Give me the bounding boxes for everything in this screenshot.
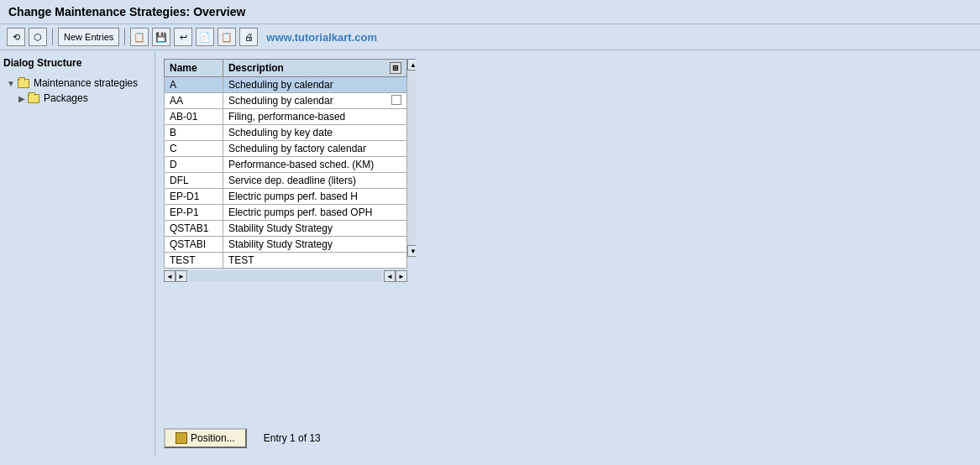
cell-description: Scheduling by factory calendar	[223, 141, 406, 157]
title-bar: Change Maintenance Strategies: Overview	[0, 0, 980, 24]
table-row[interactable]: CScheduling by factory calendar	[165, 141, 407, 157]
cell-name: C	[165, 141, 223, 157]
cell-description: Electric pumps perf. based H	[223, 189, 406, 205]
scroll-thumb[interactable]	[408, 71, 416, 244]
table-body: AScheduling by calendarAAScheduling by c…	[165, 77, 407, 269]
h-scroll-track[interactable]	[189, 271, 382, 281]
scroll-area: Name Description ⊞ AScheduling by calend…	[164, 59, 407, 269]
scroll-down-btn[interactable]: ▼	[407, 245, 416, 257]
position-btn-label: Position...	[191, 432, 235, 444]
cell-description: Scheduling by calendar	[223, 77, 406, 93]
cell-description: Stability Study Strategy	[223, 237, 406, 253]
new-entries-button[interactable]: New Entries	[58, 28, 119, 46]
table-row[interactable]: TESTTEST	[165, 253, 407, 269]
cell-name: EP-D1	[165, 189, 223, 205]
sidebar-title: Dialog Structure	[3, 57, 151, 69]
folder-icon	[18, 79, 29, 88]
col-name-header: Name	[165, 60, 223, 77]
h-scroll-end-right[interactable]: ►	[396, 270, 407, 282]
toolbar-separator-1	[52, 29, 53, 45]
sidebar-item-packages[interactable]: ▶ Packages	[15, 91, 151, 106]
table-row[interactable]: AAScheduling by calendar	[165, 93, 407, 109]
cell-name: AB-01	[165, 109, 223, 125]
table-row[interactable]: AScheduling by calendar	[165, 77, 407, 93]
table-area: Name Description ⊞ AScheduling by calend…	[155, 50, 416, 420]
row-checkbox[interactable]	[391, 95, 401, 105]
cell-name: TEST	[165, 253, 223, 269]
toolbar-btn-doc1[interactable]: 📄	[196, 28, 214, 46]
table-row[interactable]: BScheduling by key date	[165, 125, 407, 141]
v-scrollbar[interactable]: ▲ ▼	[407, 59, 416, 257]
toolbar-btn-doc2[interactable]: 📋	[217, 28, 236, 46]
toolbar-btn-save[interactable]: 💾	[152, 28, 170, 46]
cell-description: Scheduling by calendar	[223, 93, 406, 109]
cell-name: QSTAB1	[165, 221, 223, 237]
table-row[interactable]: DFLService dep. deadline (liters)	[165, 173, 407, 189]
sidebar-item-label: Maintenance strategies	[34, 77, 138, 89]
col-description-header: Description ⊞	[223, 60, 406, 77]
cell-name: AA	[165, 93, 223, 109]
table-row[interactable]: QSTABIStability Study Strategy	[165, 237, 407, 253]
position-icon	[176, 432, 187, 444]
table-row[interactable]: QSTAB1Stability Study Strategy	[165, 221, 407, 237]
cell-description: Performance-based sched. (KM)	[223, 157, 406, 173]
table-row[interactable]: EP-D1Electric pumps perf. based H	[165, 189, 407, 205]
table-row[interactable]: AB-01Filing, performance-based	[165, 109, 407, 125]
sidebar-item-packages-label: Packages	[44, 92, 88, 104]
col-name-label: Name	[170, 62, 197, 74]
scroll-up-btn[interactable]: ▲	[407, 59, 416, 71]
cell-description: Scheduling by key date	[223, 125, 406, 141]
entry-count: Entry 1 of 13	[264, 432, 321, 444]
cell-description: Stability Study Strategy	[223, 221, 406, 237]
watermark: www.tutorialkart.com	[266, 31, 377, 44]
toolbar-btn-undo[interactable]: ⟲	[7, 28, 25, 46]
toolbar-btn-copy[interactable]: 📋	[130, 28, 149, 46]
cell-name: EP-P1	[165, 205, 223, 221]
sidebar-sub: ▶ Packages	[3, 91, 151, 106]
page-title: Change Maintenance Strategies: Overview	[8, 5, 245, 18]
cell-description: Filing, performance-based	[223, 109, 406, 125]
h-scroll-left[interactable]: ◄	[164, 270, 176, 282]
sidebar: Dialog Structure ▼ Maintenance strategie…	[0, 50, 155, 457]
cell-name: DFL	[165, 173, 223, 189]
cell-name: A	[165, 77, 223, 93]
bottom-bar: Position... Entry 1 of 13	[155, 420, 416, 457]
data-table: Name Description ⊞ AScheduling by calend…	[164, 59, 407, 269]
cell-description: Electric pumps perf. based OPH	[223, 205, 406, 221]
main-content: Dialog Structure ▼ Maintenance strategie…	[0, 50, 980, 457]
h-scroll-right[interactable]: ►	[176, 270, 187, 282]
toolbar-btn-print[interactable]: 🖨	[239, 28, 258, 46]
h-scroll-row: ◄ ► ◄ ►	[164, 269, 407, 284]
expand-arrow-packages: ▶	[18, 94, 25, 103]
folder-icon-packages	[28, 94, 39, 103]
toolbar-btn-back[interactable]: ↩	[174, 28, 192, 46]
toolbar: ⟲ ⬡ New Entries 📋 💾 ↩ 📄 📋 🖨 www.tutorial…	[0, 24, 980, 50]
table-header: Name Description ⊞	[165, 60, 407, 77]
table-row[interactable]: EP-P1Electric pumps perf. based OPH	[165, 205, 407, 221]
cell-name: B	[165, 125, 223, 141]
col-icon[interactable]: ⊞	[390, 62, 401, 74]
cell-name: D	[165, 157, 223, 173]
cell-description: TEST	[223, 253, 406, 269]
sidebar-item-maintenance-strategies[interactable]: ▼ Maintenance strategies	[3, 76, 151, 91]
table-row[interactable]: DPerformance-based sched. (KM)	[165, 157, 407, 173]
col-desc-label: Description	[228, 62, 284, 74]
expand-arrow: ▼	[7, 79, 15, 88]
toolbar-separator-2	[124, 29, 125, 45]
toolbar-btn-hex[interactable]: ⬡	[29, 28, 47, 46]
position-button[interactable]: Position...	[164, 428, 247, 448]
right-panel: Name Description ⊞ AScheduling by calend…	[155, 50, 416, 457]
h-scroll-end-left[interactable]: ◄	[384, 270, 396, 282]
cell-name: QSTABI	[165, 237, 223, 253]
cell-description: Service dep. deadline (liters)	[223, 173, 406, 189]
